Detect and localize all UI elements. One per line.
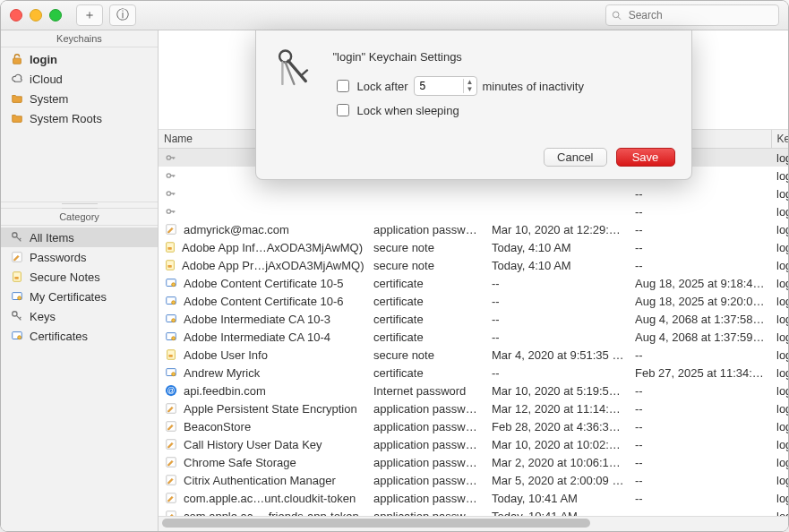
sidebar-item-label: login xyxy=(30,53,57,66)
table-row[interactable]: Adobe App Pr…jAxODA3MjAwMQ)secure noteTo… xyxy=(159,256,788,274)
cell-expires: -- xyxy=(630,220,771,238)
sidebar-keychain-item[interactable]: login xyxy=(1,49,158,69)
cell-modified: Mar 10, 2020 at 12:29:59… xyxy=(486,220,630,238)
table-row[interactable]: Adobe Intermediate CA 10-4certificate--A… xyxy=(159,328,788,346)
table-row[interactable]: admyrick@mac.comapplication passwordMar … xyxy=(159,220,788,238)
cell-modified: Mar 4, 2020 at 9:51:35 PM xyxy=(486,346,630,364)
sidebar-category-item[interactable]: Secure Notes xyxy=(1,267,158,287)
cell-keychain: login xyxy=(771,399,788,417)
info-button[interactable]: ⓘ xyxy=(109,4,136,26)
cell-keychain: login xyxy=(771,453,788,471)
minimize-window-button[interactable] xyxy=(30,9,42,21)
cell-modified: Mar 10, 2020 at 10:02:35… xyxy=(486,435,630,453)
window-controls xyxy=(10,9,62,21)
svg-line-1 xyxy=(618,17,621,20)
table-row[interactable]: Adobe Content Certificate 10-6certificat… xyxy=(159,292,788,310)
col-keychain-header[interactable]: Keychain xyxy=(771,130,788,149)
sidebar-resize-handle[interactable] xyxy=(1,202,158,209)
lock-unlocked-icon xyxy=(10,52,24,66)
table-row[interactable]: Call History User Data Keyapplication pa… xyxy=(159,435,788,453)
table-row[interactable]: com.apple.ac…unt.cloudkit-tokenapplicati… xyxy=(159,489,788,507)
cell-modified: -- xyxy=(486,328,630,346)
cell-kind: certificate xyxy=(368,292,486,310)
lock-after-minutes-input[interactable] xyxy=(415,80,463,92)
cell-name: Citrix Authentication Manager xyxy=(184,474,336,487)
table-row[interactable]: com.apple.ac…-friends-app-tokenapplicati… xyxy=(159,507,788,516)
cell-name: Call History User Data Key xyxy=(184,438,322,451)
items-table: Name Kind Date Modified Expires Keychain… xyxy=(159,130,788,516)
cell-kind: application password xyxy=(368,435,486,453)
lock-after-checkbox[interactable] xyxy=(337,80,349,92)
cell-kind: application password xyxy=(368,489,486,507)
cell-expires: -- xyxy=(630,346,771,364)
cell-modified: Feb 28, 2020 at 4:36:38… xyxy=(486,417,630,435)
sidebar-keychain-item[interactable]: System Roots xyxy=(1,108,158,128)
cell-kind: application password xyxy=(368,471,486,489)
stepper-down-icon[interactable]: ▼ xyxy=(464,86,476,93)
sidebar-keychain-item[interactable]: iCloud xyxy=(1,69,158,89)
zoom-window-button[interactable] xyxy=(49,9,62,21)
table-row[interactable]: Adobe User Infosecure noteMar 4, 2020 at… xyxy=(159,346,788,364)
svg-text:@: @ xyxy=(167,386,176,395)
at-icon: @ xyxy=(164,383,178,398)
sidebar-category-item[interactable]: Passwords xyxy=(1,247,158,267)
sidebar-category-item[interactable]: Certificates xyxy=(1,326,158,346)
table-row[interactable]: BeaconStoreapplication passwordFeb 28, 2… xyxy=(159,417,788,435)
lock-when-sleeping-checkbox[interactable] xyxy=(337,104,349,116)
cell-keychain: login xyxy=(771,471,788,489)
cell-modified: Mar 10, 2020 at 5:19:56… xyxy=(486,382,630,399)
cell-keychain: login xyxy=(771,346,788,364)
table-row[interactable]: Citrix Authentication Managerapplication… xyxy=(159,471,788,489)
svg-rect-32 xyxy=(167,265,171,268)
cell-name: Chrome Safe Storage xyxy=(184,456,296,469)
cell-kind: application password xyxy=(368,507,486,516)
cancel-button[interactable]: Cancel xyxy=(544,148,606,167)
table-row[interactable]: Adobe Intermediate CA 10-3certificate--A… xyxy=(159,310,788,328)
table-row[interactable]: Adobe Content Certificate 10-5certificat… xyxy=(159,274,788,292)
close-window-button[interactable] xyxy=(10,9,22,21)
sidebar-item-label: All Items xyxy=(30,231,74,245)
cell-expires: -- xyxy=(630,256,771,274)
table-row[interactable]: --login xyxy=(159,184,788,202)
table-row[interactable]: Adobe App Inf…AxODA3MjAwMQ)secure noteTo… xyxy=(159,238,788,256)
sidebar-category-item[interactable]: Keys xyxy=(1,306,158,326)
svg-point-38 xyxy=(172,319,176,322)
table-row[interactable]: Apple Persistent State Encryptionapplica… xyxy=(159,399,788,417)
horizontal-scrollbar-thumb[interactable] xyxy=(162,519,590,528)
cell-expires: -- xyxy=(630,202,771,220)
pencil-icon xyxy=(164,491,178,505)
cell-modified: -- xyxy=(486,292,630,310)
minutes-stepper[interactable]: ▲ ▼ xyxy=(463,79,476,93)
cert-icon xyxy=(164,312,178,326)
sidebar-keychain-item[interactable]: System xyxy=(1,89,158,108)
sidebar-item-label: iCloud xyxy=(30,73,63,86)
cell-expires: -- xyxy=(630,489,771,507)
cell-expires: Aug 18, 2025 at 9:20:00… xyxy=(630,292,771,310)
sheet-title: "login" Keychain Settings xyxy=(333,50,675,64)
table-row[interactable]: Andrew Myrickcertificate--Feb 27, 2025 a… xyxy=(159,364,788,382)
cell-name: admyrick@mac.com xyxy=(184,223,289,236)
horizontal-scrollbar[interactable] xyxy=(162,519,774,529)
cell-expires: -- xyxy=(630,471,771,489)
note-icon xyxy=(164,348,178,362)
svg-point-36 xyxy=(172,301,176,305)
pencil-icon xyxy=(164,437,178,451)
search-input[interactable] xyxy=(627,8,773,22)
cell-modified xyxy=(486,202,630,220)
svg-point-44 xyxy=(172,373,176,376)
save-button[interactable]: Save xyxy=(616,148,675,167)
sidebar-category-item[interactable]: All Items xyxy=(1,227,158,247)
lock-after-minutes-field[interactable]: ▲ ▼ xyxy=(414,76,477,96)
cert-icon xyxy=(10,289,24,304)
cell-kind: certificate xyxy=(368,328,486,346)
cell-name: Apple Persistent State Encryption xyxy=(184,402,357,416)
items-table-wrap[interactable]: Name Kind Date Modified Expires Keychain… xyxy=(159,130,788,516)
search-field[interactable] xyxy=(605,4,779,26)
table-row[interactable]: Chrome Safe Storageapplication passwordM… xyxy=(159,453,788,471)
table-row[interactable]: @api.feedbin.comInternet passwordMar 10,… xyxy=(159,382,788,399)
sidebar-category-item[interactable]: My Certificates xyxy=(1,287,158,306)
key-small-icon xyxy=(10,309,24,323)
table-row[interactable]: --login xyxy=(159,202,788,220)
sidebar-item-label: System xyxy=(30,92,68,106)
add-item-button[interactable]: ＋ xyxy=(76,4,103,26)
